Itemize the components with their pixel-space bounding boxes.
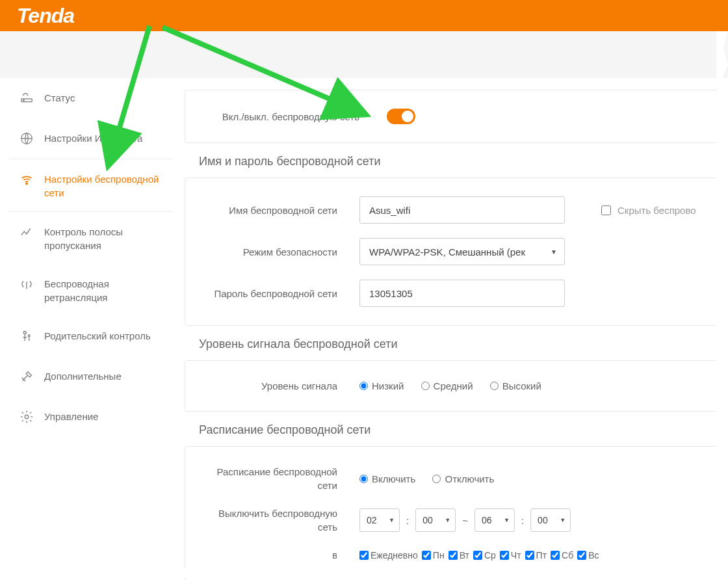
- time-range: 02 : 00 ~ 06 : 00: [359, 508, 571, 532]
- sidebar: Статус Настройки Интернета Настройки бес…: [9, 78, 173, 580]
- time-colon-1: :: [406, 515, 409, 526]
- days-checkboxes: Ежедневно Пн Вт Ср Чт Пт Сб Вс: [359, 550, 602, 560]
- signal-high-radio[interactable]: Высокий: [490, 380, 541, 391]
- time-tilde: ~: [462, 515, 468, 526]
- globe-icon: [18, 130, 35, 147]
- router-icon: [18, 90, 35, 107]
- wifi-icon: [18, 171, 35, 188]
- section-title-signal: Уровень сигнала беспроводной сети: [199, 337, 719, 351]
- schedule-radios: Включить Отключить: [359, 473, 508, 484]
- schedule-enable-radio[interactable]: Включить: [359, 473, 415, 484]
- schedule-disable-radio[interactable]: Отключить: [432, 473, 494, 484]
- sidebar-item-label: Беспроводная ретрансляция: [44, 276, 164, 304]
- sidebar-item-label: Настройки беспроводной сети: [44, 171, 164, 200]
- svg-point-1: [23, 99, 24, 100]
- brand-logo: Tenda: [17, 4, 74, 28]
- sidebar-item-label: Настройки Интернета: [44, 130, 142, 145]
- day-daily[interactable]: Ежедневно: [359, 550, 418, 560]
- day-fri[interactable]: Пт: [525, 550, 547, 560]
- sidebar-item-label: Родительский контроль: [44, 328, 151, 343]
- time-to-hour[interactable]: 06: [474, 508, 515, 532]
- security-mode-label: Режим безопасности: [200, 245, 359, 259]
- day-wed[interactable]: Ср: [473, 550, 496, 560]
- day-sun[interactable]: Вс: [577, 550, 599, 560]
- toolbar-spacer: [0, 31, 728, 78]
- signal-panel: Уровень сигнала Низкий Средний Высокий: [185, 360, 719, 412]
- signal-low-radio[interactable]: Низкий: [359, 380, 404, 391]
- signal-level-radios: Низкий Средний Высокий: [359, 380, 556, 391]
- sidebar-item-label: Статус: [44, 90, 75, 105]
- password-label: Пароль беспроводной сети: [200, 287, 359, 300]
- sidebar-item-internet[interactable]: Настройки Интернета: [9, 118, 173, 159]
- security-mode-select[interactable]: WPA/WPA2-PSK, Смешанный (рек: [359, 238, 565, 265]
- name-password-panel: Имя беспроводной сети Скрыть беспрово Ре…: [185, 178, 719, 326]
- sidebar-item-parental[interactable]: Родительский контроль: [9, 316, 173, 356]
- sidebar-item-management[interactable]: Управление: [9, 397, 173, 437]
- wifi-toggle-panel: Вкл./выкл. беспроводную сеть: [185, 90, 719, 143]
- sidebar-item-bandwidth[interactable]: Контроль полосы пропускания: [9, 212, 173, 264]
- wifi-toggle-label: Вкл./выкл. беспроводную сеть: [200, 111, 359, 122]
- sidebar-item-label: Дополнительные: [44, 368, 122, 383]
- section-title-name-pwd: Имя и пароль беспроводной сети: [199, 155, 719, 168]
- day-sat[interactable]: Сб: [551, 550, 573, 560]
- time-from-min[interactable]: 00: [415, 508, 456, 532]
- off-time-label: Выключить беспроводную сеть: [200, 507, 359, 534]
- sidebar-item-label: Контроль полосы пропускания: [44, 224, 164, 252]
- signal-level-label: Уровень сигнала: [200, 379, 359, 393]
- time-colon-2: :: [521, 515, 524, 526]
- time-from-hour[interactable]: 02: [359, 508, 400, 532]
- chart-line-icon: [18, 224, 35, 241]
- day-thu[interactable]: Чт: [500, 550, 521, 560]
- sidebar-item-label: Управление: [44, 408, 98, 423]
- svg-point-4: [23, 331, 26, 334]
- ssid-label: Имя беспроводной сети: [200, 204, 359, 217]
- ssid-input[interactable]: [359, 196, 565, 224]
- schedule-panel: Расписание беспроводной сети Включить От…: [185, 446, 719, 580]
- header: Tenda: [0, 0, 728, 31]
- hide-ssid-checkbox[interactable]: Скрыть беспрово: [601, 205, 696, 216]
- sidebar-item-status[interactable]: Статус: [9, 78, 173, 118]
- antenna-icon: [18, 276, 35, 293]
- section-title-schedule: Расписание беспроводной сети: [199, 423, 719, 437]
- svg-point-6: [25, 415, 29, 419]
- sidebar-item-advanced[interactable]: Дополнительные: [9, 356, 173, 397]
- sidebar-item-wireless[interactable]: Настройки беспроводной сети: [9, 159, 173, 212]
- tools-icon: [18, 368, 35, 385]
- family-icon: [18, 328, 35, 345]
- password-input[interactable]: [359, 280, 565, 307]
- wifi-toggle[interactable]: [387, 109, 415, 124]
- schedule-label: Расписание беспроводной сети: [200, 465, 359, 492]
- gear-icon: [18, 408, 35, 425]
- hide-ssid-checkbox-input[interactable]: [601, 205, 611, 215]
- days-in-label: в: [200, 548, 359, 562]
- day-tue[interactable]: Вт: [448, 550, 469, 560]
- svg-point-3: [26, 183, 27, 184]
- signal-mid-radio[interactable]: Средний: [421, 380, 473, 391]
- time-to-min[interactable]: 00: [530, 508, 571, 532]
- svg-point-5: [28, 335, 30, 337]
- day-mon[interactable]: Пн: [422, 550, 445, 560]
- sidebar-item-repeater[interactable]: Беспроводная ретрансляция: [9, 264, 173, 316]
- main-content: Вкл./выкл. беспроводную сеть Имя и парол…: [173, 78, 719, 580]
- hide-ssid-label: Скрыть беспрово: [618, 205, 696, 216]
